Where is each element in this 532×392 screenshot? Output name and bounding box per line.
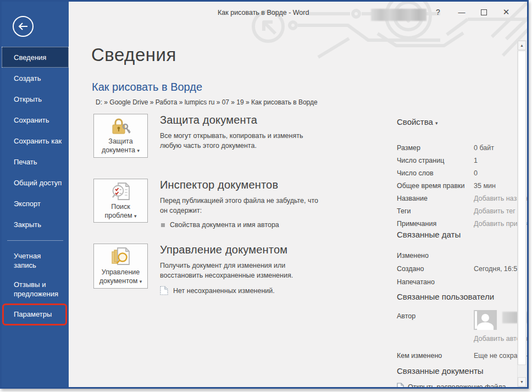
related-people-heading: Связанные пользователи [397, 292, 529, 301]
sidebar-item-export[interactable]: Экспорт [2, 193, 69, 214]
word-backstage-window: Как рисовать в Ворде - Word ? — ✕ Сведен… [0, 0, 529, 389]
date-row: Напечатано [397, 275, 529, 289]
draft-document-icon [160, 286, 168, 295]
related-documents-heading: Связанные документы [397, 366, 529, 376]
file-icon [397, 383, 404, 389]
date-row: Создано Сегодня, 16:53 [397, 262, 529, 275]
back-button[interactable] [13, 16, 34, 37]
chevron-down-icon: ▾ [140, 279, 142, 284]
document-title: Как рисовать в Ворде [92, 81, 202, 93]
add-tag-field[interactable]: Добавить тег [474, 207, 516, 215]
sidebar-item-share[interactable]: Общий доступ [2, 172, 69, 193]
back-arrow-icon [18, 22, 29, 31]
related-people-group: Связанные пользователи Автор Добавить ав… [397, 292, 529, 362]
window-controls: ? — ✕ [434, 7, 511, 17]
sidebar-item-options[interactable]: Параметры [2, 303, 69, 324]
inspect-document-icon [111, 181, 131, 201]
sidebar-divider [7, 240, 63, 241]
button-label: Поиск проблем ▾ [104, 202, 136, 220]
section-heading: Защита документа [160, 114, 325, 126]
property-row: Название Добавить название [397, 192, 529, 205]
related-dates-heading: Связанные даты [397, 230, 529, 239]
property-row: Число слов 0 [397, 167, 529, 179]
backstage-sidebar: Сведения Создать Открыть Сохранить Сохра… [2, 2, 69, 387]
info-page: Сведения Как рисовать в Ворде D: » Googl… [69, 2, 514, 387]
help-icon[interactable]: ? [434, 8, 442, 16]
properties-heading[interactable]: Свойства ▾ [397, 117, 529, 126]
section-heading: Инспектор документов [160, 179, 325, 191]
scroll-up-icon[interactable]: ▲ [518, 41, 526, 50]
sidebar-item-account[interactable]: Учетная запись [2, 246, 69, 275]
window-title: Как рисовать в Ворде - Word [218, 9, 309, 16]
chevron-down-icon: ▾ [137, 148, 140, 153]
section-description: Перед публикацией этого файла не забудьт… [160, 196, 325, 216]
section-heading: Управление документом [160, 244, 325, 256]
breadcrumb: D: » Google Drive » Работа » lumpics ru … [96, 98, 318, 106]
sidebar-item-feedback[interactable]: Отзывы и предложения [2, 275, 69, 303]
sidebar-item-save[interactable]: Сохранить [2, 109, 69, 130]
author-avatar [474, 310, 497, 330]
page-title: Сведения [91, 45, 176, 65]
scrollbar-thumb[interactable] [518, 51, 526, 365]
sidebar-item-close[interactable]: Закрыть [2, 214, 69, 235]
related-documents-group: Связанные документы Открыть расположение… [397, 366, 529, 389]
close-icon[interactable]: ✕ [502, 7, 511, 17]
manage-versions-icon [110, 247, 131, 267]
property-row: Примечания Добавить примечания [397, 217, 529, 230]
sidebar-item-new[interactable]: Создать [2, 68, 69, 89]
maximize-icon[interactable] [481, 9, 487, 15]
chevron-down-icon: ▾ [435, 120, 438, 126]
date-row: Изменено [397, 249, 529, 262]
open-file-location-link[interactable]: Открыть расположение файла [397, 383, 529, 389]
check-for-issues-button[interactable]: Поиск проблем ▾ [93, 179, 148, 223]
property-row: Размер 0 байт [397, 141, 529, 154]
property-row: Общее время правки 35 мин [397, 179, 529, 192]
blurred-account-name [371, 9, 426, 21]
author-label: Автор [397, 310, 474, 330]
scroll-down-icon[interactable]: ▼ [518, 377, 526, 387]
protect-document-button[interactable]: Защита документа ▾ [93, 114, 148, 158]
properties-group: Свойства ▾ Размер 0 байт Число страниц 1… [397, 117, 529, 230]
minimize-icon[interactable]: — [457, 8, 466, 16]
section-description: Получить документ для изменения или восс… [160, 261, 325, 280]
button-label: Защита документа ▾ [102, 137, 140, 155]
sidebar-item-info[interactable]: Сведения [2, 47, 69, 68]
no-unsaved-changes-item: Нет несохраненных изменений. [160, 286, 325, 295]
lock-key-icon [110, 117, 131, 136]
modified-by-row: Кем изменено Еще не сохранен [397, 349, 529, 362]
square-bullet-icon [161, 223, 165, 227]
related-dates-group: Связанные даты Изменено Создано Сегодня,… [397, 230, 529, 289]
property-row: Теги Добавить тег [397, 205, 529, 217]
vertical-scrollbar[interactable]: ▲ ▼ [517, 40, 527, 387]
sidebar-item-print[interactable]: Печать [2, 151, 69, 172]
sidebar-item-open[interactable]: Открыть [2, 89, 69, 109]
chevron-down-icon: ▾ [134, 213, 137, 219]
section-description: Все могут открывать, копировать и изменя… [160, 131, 325, 151]
sidebar-item-save-as[interactable]: Сохранить как [2, 130, 69, 151]
sidebar-nav: Сведения Создать Открыть Сохранить Сохра… [2, 47, 69, 324]
button-label: Управление документом ▾ [99, 268, 142, 286]
manage-document-button[interactable]: Управление документом ▾ [93, 244, 148, 289]
inspector-finding-item: Свойства документа и имя автора [160, 221, 325, 229]
property-row: Число страниц 1 [397, 154, 529, 167]
